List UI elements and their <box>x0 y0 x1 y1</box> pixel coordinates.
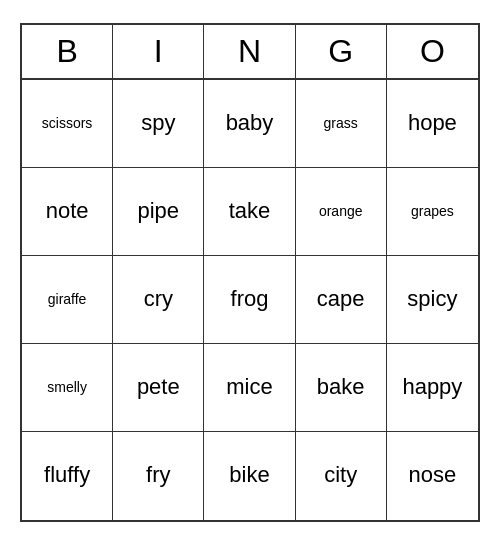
cell-text: grass <box>324 115 358 132</box>
cell-text: frog <box>231 286 269 312</box>
header-letter: G <box>296 25 387 78</box>
cell-text: pete <box>137 374 180 400</box>
bingo-cell: grass <box>296 80 387 168</box>
cell-text: fry <box>146 462 170 488</box>
bingo-cell: fluffy <box>22 432 113 520</box>
cell-text: happy <box>402 374 462 400</box>
bingo-cell: orange <box>296 168 387 256</box>
cell-text: mice <box>226 374 272 400</box>
cell-text: orange <box>319 203 363 220</box>
bingo-cell: take <box>204 168 295 256</box>
cell-text: bake <box>317 374 365 400</box>
bingo-grid: scissorsspybabygrasshopenotepipetakeoran… <box>22 80 478 520</box>
cell-text: smelly <box>47 379 87 396</box>
cell-text: giraffe <box>48 291 87 308</box>
cell-text: note <box>46 198 89 224</box>
cell-text: spy <box>141 110 175 136</box>
cell-text: cry <box>144 286 173 312</box>
bingo-cell: scissors <box>22 80 113 168</box>
cell-text: bike <box>229 462 269 488</box>
bingo-card: BINGO scissorsspybabygrasshopenotepipeta… <box>20 23 480 522</box>
header-letter: N <box>204 25 295 78</box>
header-letter: I <box>113 25 204 78</box>
bingo-cell: cape <box>296 256 387 344</box>
bingo-cell: note <box>22 168 113 256</box>
cell-text: take <box>229 198 271 224</box>
bingo-cell: mice <box>204 344 295 432</box>
cell-text: spicy <box>407 286 457 312</box>
bingo-header: BINGO <box>22 25 478 80</box>
cell-text: cape <box>317 286 365 312</box>
bingo-cell: spicy <box>387 256 478 344</box>
bingo-cell: spy <box>113 80 204 168</box>
bingo-cell: city <box>296 432 387 520</box>
header-letter: O <box>387 25 478 78</box>
bingo-cell: fry <box>113 432 204 520</box>
bingo-cell: baby <box>204 80 295 168</box>
bingo-cell: frog <box>204 256 295 344</box>
cell-text: pipe <box>137 198 179 224</box>
bingo-cell: pete <box>113 344 204 432</box>
header-letter: B <box>22 25 113 78</box>
bingo-cell: nose <box>387 432 478 520</box>
cell-text: scissors <box>42 115 93 132</box>
cell-text: grapes <box>411 203 454 220</box>
bingo-cell: grapes <box>387 168 478 256</box>
bingo-cell: cry <box>113 256 204 344</box>
bingo-cell: smelly <box>22 344 113 432</box>
bingo-cell: bike <box>204 432 295 520</box>
bingo-cell: giraffe <box>22 256 113 344</box>
bingo-cell: bake <box>296 344 387 432</box>
cell-text: hope <box>408 110 457 136</box>
bingo-cell: hope <box>387 80 478 168</box>
bingo-cell: pipe <box>113 168 204 256</box>
bingo-cell: happy <box>387 344 478 432</box>
cell-text: nose <box>409 462 457 488</box>
cell-text: fluffy <box>44 462 90 488</box>
cell-text: city <box>324 462 357 488</box>
cell-text: baby <box>226 110 274 136</box>
